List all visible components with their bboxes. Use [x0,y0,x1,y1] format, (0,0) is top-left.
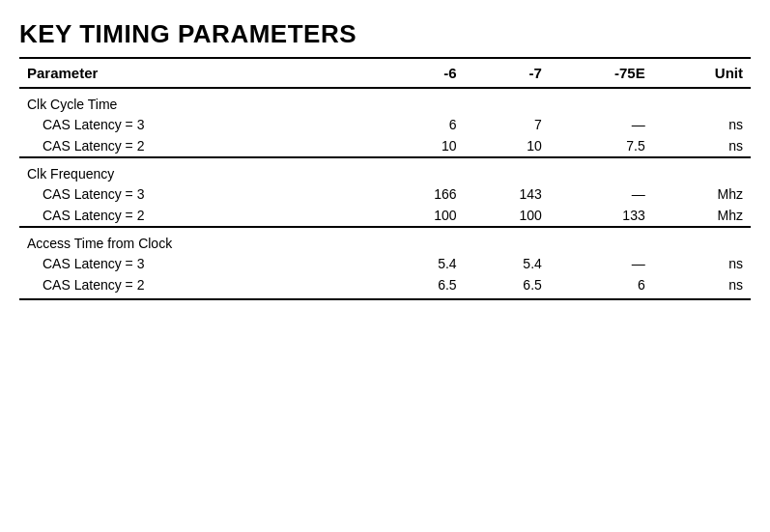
page-title: KEY TIMING PARAMETERS [19,19,751,49]
timing-table: Parameter -6 -7 -75E Unit Clk Cycle Time… [19,57,751,300]
row-value: — [550,183,653,205]
section-label: Access Time from Clock [19,228,379,253]
row-value: 5.4 [465,253,550,274]
section-label-row: Clk Frequency [19,158,751,183]
table-row: CAS Latency = 2100100133Mhz [19,205,751,227]
row-value: 133 [550,205,653,227]
row-value: ns [653,135,751,157]
row-param: CAS Latency = 2 [19,274,379,299]
section-label-row: Access Time from Clock [19,228,751,253]
row-param: CAS Latency = 2 [19,205,379,227]
row-value: 6.5 [465,274,550,299]
row-param: CAS Latency = 3 [19,183,379,205]
row-value: 100 [379,205,464,227]
row-value: 10 [379,135,464,157]
row-param: CAS Latency = 3 [19,253,379,274]
row-value: 100 [465,205,550,227]
row-value: 166 [379,183,464,205]
row-value: 5.4 [379,253,464,274]
section-label: Clk Frequency [19,158,379,183]
row-value: 6.5 [379,274,464,299]
row-value: Mhz [653,183,751,205]
row-value: 143 [465,183,550,205]
row-value: ns [653,274,751,299]
header-col2: -7 [465,58,550,88]
table-row: CAS Latency = 367—ns [19,114,751,135]
table-header-row: Parameter -6 -7 -75E Unit [19,58,751,88]
row-value: ns [653,253,751,274]
row-value: 7 [465,114,550,135]
page-container: KEY TIMING PARAMETERS Parameter -6 -7 -7… [19,19,751,300]
table-row: CAS Latency = 3166143—Mhz [19,183,751,205]
table-row: CAS Latency = 26.56.56ns [19,274,751,299]
row-value: 7.5 [550,135,653,157]
header-parameter: Parameter [19,58,379,88]
header-col1: -6 [379,58,464,88]
row-value: Mhz [653,205,751,227]
row-value: 6 [550,274,653,299]
table-row: CAS Latency = 35.45.4—ns [19,253,751,274]
section-label: Clk Cycle Time [19,88,379,114]
header-col4: Unit [653,58,751,88]
section-label-row: Clk Cycle Time [19,88,751,114]
row-param: CAS Latency = 2 [19,135,379,157]
row-value: — [550,114,653,135]
row-value: — [550,253,653,274]
table-row: CAS Latency = 210107.5ns [19,135,751,157]
header-col3: -75E [550,58,653,88]
row-value: 10 [465,135,550,157]
row-value: 6 [379,114,464,135]
row-param: CAS Latency = 3 [19,114,379,135]
row-value: ns [653,114,751,135]
